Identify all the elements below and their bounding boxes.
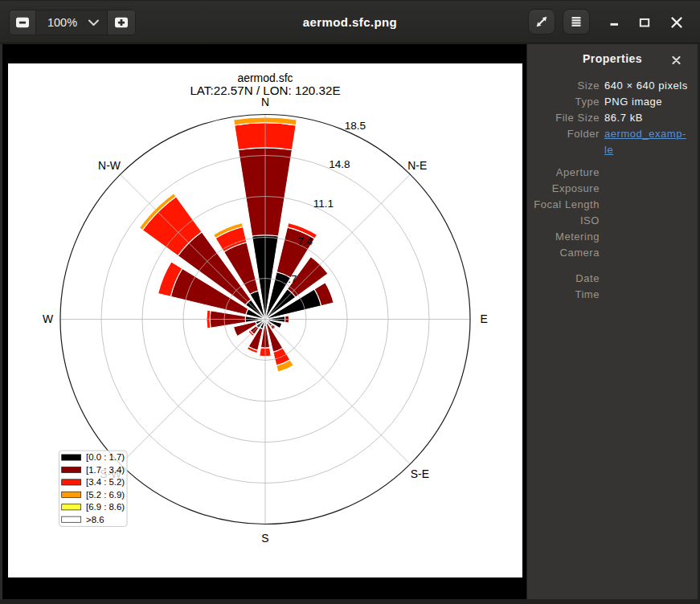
svg-text:E: E bbox=[481, 312, 488, 325]
svg-text:[5.2 : 6.9): [5.2 : 6.9) bbox=[86, 490, 125, 500]
svg-text:[6.9 : 8.6): [6.9 : 8.6) bbox=[86, 502, 125, 512]
svg-text:LAT:22.57N / LON: 120.32E: LAT:22.57N / LON: 120.32E bbox=[190, 84, 340, 97]
svg-text:S: S bbox=[261, 532, 268, 545]
svg-text:N: N bbox=[261, 96, 269, 108]
svg-text:[1.7 : 3.4): [1.7 : 3.4) bbox=[86, 465, 125, 475]
svg-text:14.8: 14.8 bbox=[329, 158, 350, 170]
svg-text:aermod.sfc: aermod.sfc bbox=[237, 71, 293, 84]
svg-text:11.1: 11.1 bbox=[313, 198, 334, 210]
svg-text:3.7: 3.7 bbox=[282, 273, 297, 285]
svg-text:>8.6: >8.6 bbox=[86, 515, 104, 524]
svg-text:18.5: 18.5 bbox=[345, 120, 366, 132]
svg-text:[3.4 : 5.2): [3.4 : 5.2) bbox=[86, 477, 125, 487]
svg-text:S-E: S-E bbox=[411, 467, 429, 480]
svg-text:N-E: N-E bbox=[407, 159, 427, 172]
svg-text:W: W bbox=[43, 312, 54, 325]
svg-text:[0.0 : 1.7): [0.0 : 1.7) bbox=[86, 452, 125, 462]
svg-text:N-W: N-W bbox=[98, 159, 121, 172]
svg-text:7.4: 7.4 bbox=[297, 235, 313, 247]
